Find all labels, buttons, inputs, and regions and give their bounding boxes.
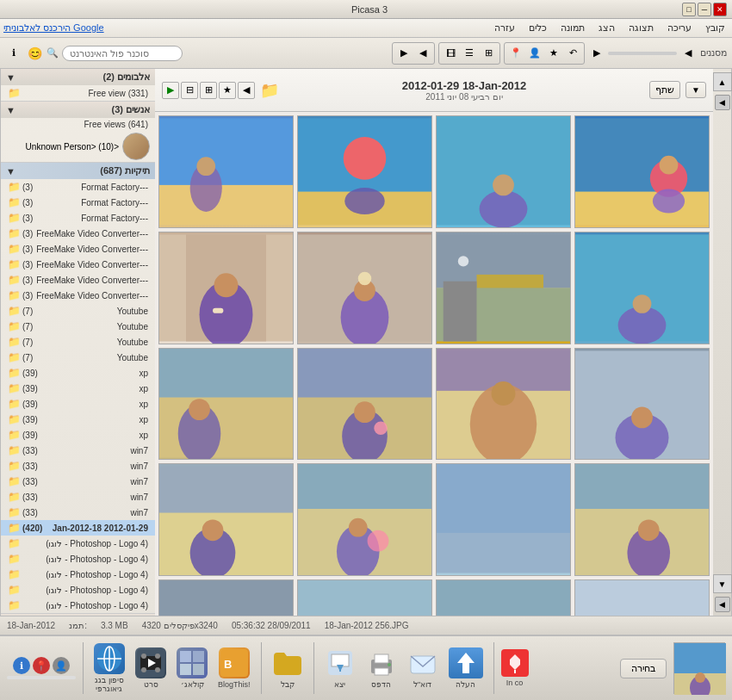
photo-item[interactable] — [158, 115, 294, 228]
folder-item[interactable]: (Photoshop - Logo 4 - לוגו) 📁 — [1, 582, 155, 598]
folder-item[interactable]: Youtube (7) 📁 — [1, 350, 155, 365]
menu-file[interactable]: קובץ — [702, 21, 729, 35]
sub-nav-btn[interactable]: ▼ — [685, 82, 706, 98]
maximize-button[interactable]: □ — [682, 3, 696, 16]
collage-btn[interactable]: קולאג׳ — [173, 646, 211, 691]
photo-item[interactable] — [297, 463, 432, 576]
folder-item[interactable]: xp (39) 📁 — [1, 365, 155, 381]
albums-header[interactable]: אלבומים (2) ▼ — [1, 69, 155, 85]
size-decrease-btn[interactable]: ◀ — [679, 45, 697, 62]
nav-prev-btn[interactable]: ◀ — [414, 45, 431, 62]
photo-item[interactable] — [574, 115, 710, 228]
search-input[interactable] — [62, 46, 183, 61]
view-list-btn[interactable]: ☰ — [461, 45, 478, 62]
panel-scroll-up[interactable]: ▲ — [713, 72, 732, 91]
photo-item[interactable] — [574, 232, 710, 344]
folder-item[interactable]: ---FreeMake Video Converter (3) 📁 — [1, 288, 155, 303]
folder-item[interactable]: ---Format Factory (3) 📁 — [1, 210, 155, 226]
prev-photo-btn[interactable]: ◀ — [238, 82, 255, 99]
minimize-button[interactable]: ─ — [698, 3, 711, 16]
menu-tools[interactable]: כלים — [525, 21, 550, 35]
folder-item[interactable]: ---FreeMake Video Converter (3) 📁 — [1, 226, 155, 241]
photo-item[interactable] — [436, 232, 571, 344]
folder-item[interactable]: (Photoshop - Logo 4 - לוגו) 📁 — [1, 536, 155, 551]
star-photo-btn[interactable]: ★ — [219, 82, 236, 99]
folder-item[interactable]: ---FreeMake Video Converter (3) 📁 — [1, 257, 155, 272]
panel-scroll-down[interactable]: ▼ — [713, 574, 732, 593]
folder-item[interactable]: win7 (33) 📁 — [1, 489, 155, 505]
view-grid-btn[interactable]: ⊞ — [480, 45, 497, 62]
notification-btn[interactable] — [501, 649, 529, 677]
folder-item[interactable]: Youtube (7) 📁 — [1, 334, 155, 350]
photo-item[interactable] — [158, 579, 294, 616]
geo-browser-btn[interactable]: סיפון בגגגיאוגרפי — [90, 641, 128, 695]
folder-item[interactable]: win7 (33) 📁 — [1, 458, 155, 474]
panel-btn-2[interactable]: ◀ — [715, 597, 730, 612]
close-button[interactable]: ✕ — [713, 3, 727, 16]
folder-item[interactable]: ---Format Factory (3) 📁 — [1, 179, 155, 195]
folder-item[interactable]: (Photoshop - Logo 4 - לוגו) 📁 — [1, 567, 155, 582]
menu-image[interactable]: תמונה — [557, 21, 588, 35]
folder-item[interactable]: xp (39) 📁 — [1, 381, 155, 396]
folder-item[interactable]: Youtube (7) 📁 — [1, 319, 155, 334]
folder-item[interactable]: ---FreeMake Video Converter (3) 📁 — [1, 241, 155, 257]
person-btn[interactable]: 👤 — [526, 45, 543, 62]
location-pin-btn[interactable]: 📍 — [33, 657, 50, 674]
size-increase-btn[interactable]: ▶ — [588, 45, 605, 62]
star-btn[interactable]: ★ — [545, 45, 562, 62]
action1-btn[interactable]: ⊞ — [200, 82, 217, 99]
menu-help[interactable]: עזרה — [491, 21, 518, 35]
size-slider[interactable] — [608, 52, 677, 55]
folder-item[interactable]: win7 (33) 📁 — [1, 505, 155, 520]
panel-btn-1[interactable]: ◀ — [715, 95, 730, 110]
print-btn[interactable]: הדפס — [363, 646, 400, 691]
preview-thumbnail[interactable] — [673, 642, 725, 694]
photo-item[interactable] — [297, 232, 432, 344]
photo-item[interactable] — [297, 579, 432, 616]
view-film-btn[interactable]: 🎞 — [442, 45, 459, 62]
folder-item[interactable]: xp (39) 📁 — [1, 427, 155, 443]
geo-btn[interactable]: 📍 — [507, 45, 524, 62]
info-circle-btn[interactable]: ℹ — [13, 657, 30, 674]
photo-item[interactable] — [436, 115, 571, 228]
unknown-person-row[interactable]: <Unknown Person> (10) — [1, 131, 155, 162]
folder-item[interactable]: xp (39) 📁 — [1, 396, 155, 412]
folder-item[interactable]: Youtube (7) 📁 — [1, 303, 155, 319]
menu-view[interactable]: תצוגה — [625, 21, 657, 35]
folders-header[interactable]: תיקיות (687) ▼ — [1, 163, 155, 179]
folder-item[interactable]: ---FreeMake Video Converter (3) 📁 — [1, 272, 155, 288]
photo-item[interactable] — [436, 463, 571, 576]
upload-btn[interactable]: העלה — [445, 646, 487, 691]
photo-item[interactable] — [158, 232, 294, 344]
blog-btn[interactable]: B BlogThis! — [214, 646, 254, 691]
people-header[interactable]: אנשים (3) ▼ — [1, 102, 155, 118]
photo-item[interactable] — [436, 579, 571, 616]
movie-btn[interactable]: סרט — [132, 646, 170, 691]
photo-item[interactable] — [297, 348, 432, 461]
photo-item[interactable] — [436, 348, 571, 461]
people-free-views[interactable]: (641) Free views — [1, 118, 155, 131]
photo-item[interactable] — [574, 348, 710, 461]
photo-item[interactable] — [574, 463, 710, 576]
back-button[interactable]: בחירה — [620, 659, 667, 678]
menu-edit[interactable]: עריכה — [664, 21, 695, 35]
menu-display[interactable]: הצג — [595, 21, 618, 35]
albums-free-views[interactable]: (331) Free view 📁 — [1, 85, 155, 101]
folder-item-selected[interactable]: 2012-01-29 18-Jan-2012 (420) 📁 — [1, 520, 155, 536]
info-btn[interactable]: ℹ — [5, 45, 22, 62]
play-btn[interactable]: ▶ — [162, 82, 179, 99]
folder-item[interactable]: xp (39) 📁 — [1, 412, 155, 427]
email-btn[interactable]: דוא"ל — [404, 646, 442, 691]
nav-next-btn[interactable]: ▶ — [395, 45, 413, 62]
photo-item[interactable] — [158, 348, 294, 461]
rotate-left-btn[interactable]: ↶ — [564, 45, 581, 62]
photo-item[interactable] — [574, 579, 710, 616]
export-btn[interactable]: יצא — [321, 646, 359, 691]
photo-item[interactable] — [158, 463, 294, 576]
person-circle-btn[interactable]: 👤 — [53, 657, 70, 674]
folder-item[interactable]: (Photoshop - Logo 4 - לוגו) 📁 — [1, 551, 155, 567]
folder-item[interactable]: win7 (33) 📁 — [1, 443, 155, 458]
share-button[interactable]: שתף — [649, 81, 680, 99]
folder-item[interactable]: (Photoshop - Logo 4 - לוגו) 📁 — [1, 598, 155, 613]
folder-btn[interactable]: קבל — [269, 646, 307, 691]
